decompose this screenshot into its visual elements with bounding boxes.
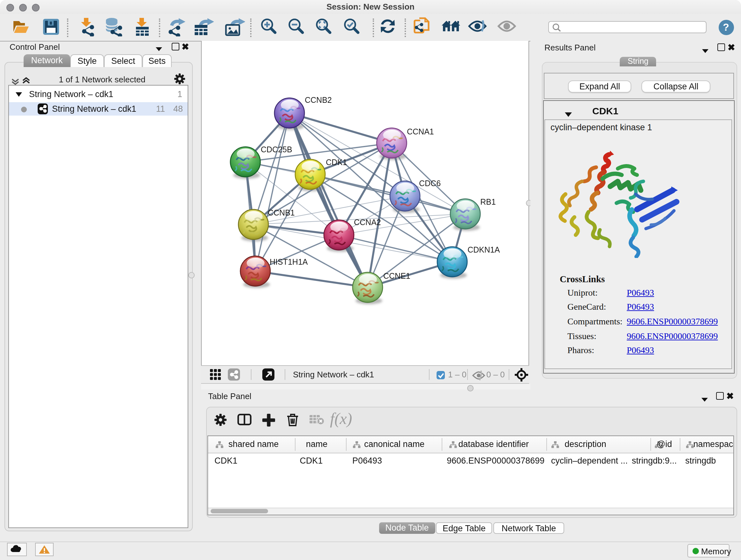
svg-text:CCNA2: CCNA2 (354, 217, 381, 226)
svg-text:CDK1: CDK1 (326, 158, 347, 166)
svg-text:CCNE1: CCNE1 (383, 271, 410, 280)
svg-text:RB1: RB1 (480, 197, 495, 206)
svg-text:CDKN1A: CDKN1A (467, 245, 500, 254)
svg-text:HIST1H1A: HIST1H1A (269, 257, 308, 266)
svg-text:CCNB1: CCNB1 (267, 208, 294, 217)
svg-text:CDC25B: CDC25B (260, 145, 292, 153)
svg-text:CDC6: CDC6 (419, 179, 441, 187)
svg-text:CCNB2: CCNB2 (305, 95, 332, 104)
svg-text:CCNA1: CCNA1 (407, 127, 434, 136)
